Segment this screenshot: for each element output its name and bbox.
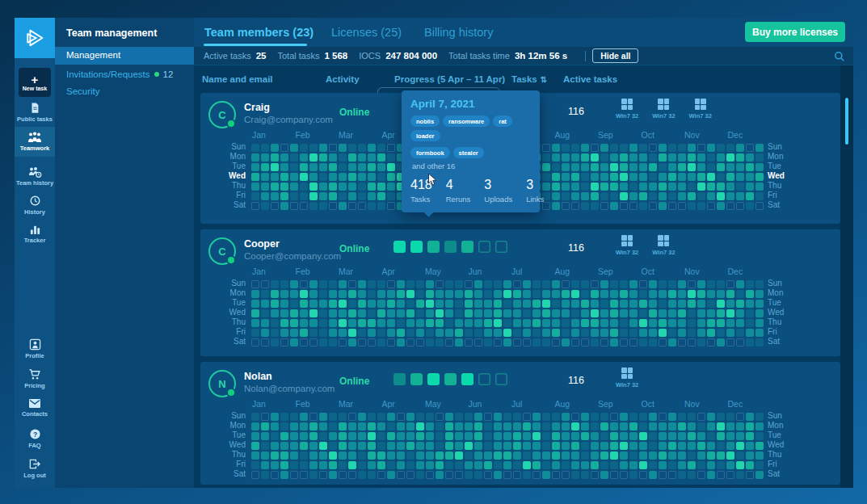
- heatmap-cell[interactable]: [503, 442, 511, 450]
- heatmap-cell[interactable]: [591, 452, 599, 460]
- heatmap-cell[interactable]: [251, 173, 259, 181]
- heatmap-cell[interactable]: [707, 202, 715, 210]
- heatmap-cell[interactable]: [465, 280, 473, 288]
- heatmap-cell[interactable]: [445, 432, 453, 440]
- heatmap-cell[interactable]: [697, 471, 705, 479]
- heatmap-cell[interactable]: [261, 144, 269, 152]
- heatmap-cell[interactable]: [319, 329, 327, 337]
- heatmap-cell[interactable]: [707, 163, 715, 171]
- heatmap-cell[interactable]: [416, 432, 424, 440]
- heatmap-cell[interactable]: [629, 432, 638, 440]
- heatmap-cell[interactable]: [755, 163, 764, 171]
- heatmap-cell[interactable]: [436, 280, 444, 288]
- heatmap-cell[interactable]: [678, 144, 686, 152]
- heatmap-cell[interactable]: [494, 338, 502, 346]
- heatmap-cell[interactable]: [620, 338, 628, 346]
- heatmap-cell[interactable]: [523, 300, 531, 308]
- heatmap-cell[interactable]: [436, 432, 444, 440]
- heatmap-cell[interactable]: [271, 173, 279, 181]
- heatmap-cell[interactable]: [707, 432, 715, 440]
- heatmap-cell[interactable]: [280, 280, 288, 288]
- heatmap-cell[interactable]: [319, 173, 327, 181]
- heatmap-cell[interactable]: [319, 300, 327, 308]
- heatmap-cell[interactable]: [348, 280, 356, 288]
- heatmap-cell[interactable]: [319, 432, 327, 440]
- heatmap-cell[interactable]: [620, 192, 628, 200]
- heatmap-cell[interactable]: [552, 452, 560, 460]
- heatmap-cell[interactable]: [620, 319, 628, 327]
- heatmap-cell[interactable]: [523, 422, 531, 430]
- heatmap-cell[interactable]: [465, 329, 473, 337]
- heatmap-cell[interactable]: [581, 163, 589, 171]
- heatmap-cell[interactable]: [707, 290, 715, 298]
- heatmap-cell[interactable]: [610, 442, 618, 450]
- heatmap-cell[interactable]: [726, 144, 734, 152]
- heatmap-cell[interactable]: [309, 163, 318, 171]
- heatmap-cell[interactable]: [339, 202, 347, 210]
- heatmap-cell[interactable]: [552, 413, 560, 421]
- heatmap-cell[interactable]: [571, 413, 579, 421]
- heatmap-cell[interactable]: [581, 338, 589, 346]
- heatmap-cell[interactable]: [736, 173, 744, 181]
- heatmap-cell[interactable]: [436, 452, 444, 460]
- heatmap-cell[interactable]: [678, 192, 686, 200]
- heatmap-cell[interactable]: [358, 300, 366, 308]
- heatmap-cell[interactable]: [455, 452, 463, 460]
- heatmap-cell[interactable]: [532, 290, 541, 298]
- heatmap-cell[interactable]: [368, 290, 376, 298]
- heatmap-cell[interactable]: [755, 319, 764, 327]
- heatmap-cell[interactable]: [532, 461, 541, 469]
- heatmap-cell[interactable]: [542, 329, 550, 337]
- heatmap-cell[interactable]: [348, 309, 356, 317]
- heatmap-cell[interactable]: [755, 153, 764, 162]
- heatmap-cell[interactable]: [397, 309, 405, 317]
- heatmap-cell[interactable]: [426, 432, 434, 440]
- heatmap-cell[interactable]: [532, 422, 541, 430]
- heatmap-cell[interactable]: [358, 183, 366, 191]
- heatmap-cell[interactable]: [532, 442, 541, 450]
- heatmap-cell[interactable]: [377, 461, 385, 469]
- heatmap-cell[interactable]: [532, 309, 541, 317]
- heatmap-cell[interactable]: [746, 422, 754, 430]
- heatmap-cell[interactable]: [571, 432, 579, 440]
- heatmap-cell[interactable]: [639, 471, 647, 479]
- new-task-button[interactable]: + New task: [19, 68, 51, 97]
- heatmap-cell[interactable]: [620, 309, 628, 317]
- heatmap-cell[interactable]: [552, 153, 560, 162]
- heatmap-cell[interactable]: [368, 452, 376, 460]
- heatmap-cell[interactable]: [600, 329, 608, 337]
- scrollbar-thumb[interactable]: [845, 98, 848, 145]
- heatmap-cell[interactable]: [649, 319, 657, 327]
- heatmap-cell[interactable]: [571, 442, 579, 450]
- heatmap-cell[interactable]: [620, 173, 628, 181]
- heatmap-cell[interactable]: [649, 461, 657, 469]
- heatmap-cell[interactable]: [348, 192, 356, 200]
- heatmap-cell[interactable]: [484, 413, 492, 421]
- heatmap-cell[interactable]: [280, 144, 288, 152]
- heatmap-cell[interactable]: [426, 319, 434, 327]
- heatmap-cell[interactable]: [261, 471, 269, 479]
- heatmap-cell[interactable]: [629, 300, 638, 308]
- heatmap-cell[interactable]: [300, 173, 308, 181]
- heatmap-cell[interactable]: [697, 432, 705, 440]
- heatmap-cell[interactable]: [552, 280, 560, 288]
- heatmap-cell[interactable]: [532, 452, 541, 460]
- heatmap-cell[interactable]: [280, 338, 288, 346]
- heatmap-cell[interactable]: [339, 338, 347, 346]
- heatmap-cell[interactable]: [474, 452, 482, 460]
- heatmap-cell[interactable]: [649, 471, 657, 479]
- heatmap-cell[interactable]: [629, 183, 638, 191]
- heatmap-cell[interactable]: [319, 471, 327, 479]
- heatmap-cell[interactable]: [746, 413, 754, 421]
- heatmap-cell[interactable]: [406, 413, 415, 421]
- heatmap-cell[interactable]: [717, 329, 725, 337]
- heatmap-cell[interactable]: [629, 280, 638, 288]
- heatmap-cell[interactable]: [755, 183, 764, 191]
- heatmap-cell[interactable]: [562, 471, 570, 479]
- active-task-vm[interactable]: Win7 32: [689, 99, 712, 120]
- panel-item-management[interactable]: Management: [55, 47, 194, 65]
- heatmap-cell[interactable]: [532, 432, 541, 440]
- heatmap-cell[interactable]: [523, 471, 531, 479]
- heatmap-cell[interactable]: [348, 452, 356, 460]
- heatmap-cell[interactable]: [377, 422, 385, 430]
